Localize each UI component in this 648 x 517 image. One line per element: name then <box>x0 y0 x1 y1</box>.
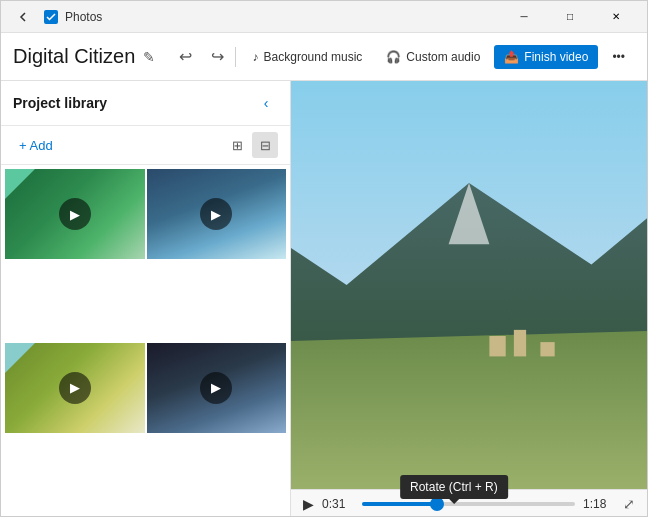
minimize-button[interactable]: ─ <box>501 1 547 33</box>
background-music-button[interactable]: ♪ Background music <box>243 45 373 69</box>
media-grid: ▶ ▶ ▶ ▶ <box>1 165 290 517</box>
rotate-tooltip: Rotate (Ctrl + R) <box>400 475 508 499</box>
back-button[interactable] <box>9 3 37 31</box>
main-content: Project library ‹ + Add ⊞ ⊟ ▶ ▶ ▶ ▶ <box>1 81 647 517</box>
finish-video-label: Finish video <box>524 50 588 64</box>
add-media-button[interactable]: + Add <box>13 134 59 157</box>
video-frame <box>291 81 647 489</box>
media-item[interactable]: ▶ <box>5 169 145 259</box>
right-panel: ▶ 0:31 1:18 ⤢ <box>291 81 647 517</box>
play-overlay: ▶ <box>200 372 232 404</box>
view-toggle: ⊞ ⊟ <box>224 132 278 158</box>
more-options-button[interactable]: ••• <box>602 45 635 69</box>
media-item[interactable]: ▶ <box>5 343 145 433</box>
music-note-icon: ♪ <box>253 50 259 64</box>
play-button[interactable]: ▶ <box>303 496 314 512</box>
total-time: 1:18 <box>583 497 615 511</box>
export-icon: 📤 <box>504 50 519 64</box>
svg-rect-8 <box>540 342 554 356</box>
grid-view-button[interactable]: ⊞ <box>224 132 250 158</box>
play-overlay: ▶ <box>200 198 232 230</box>
panel-header: Project library ‹ <box>1 81 290 126</box>
svg-marker-5 <box>291 326 647 489</box>
panel-title: Project library <box>13 95 254 111</box>
custom-audio-label: Custom audio <box>406 50 480 64</box>
undo-redo-group: ↩ ↪ <box>171 43 231 71</box>
left-panel: Project library ‹ + Add ⊞ ⊟ ▶ ▶ ▶ ▶ <box>1 81 291 517</box>
edit-icon[interactable]: ✎ <box>143 49 155 65</box>
window-title: Photos <box>65 10 501 24</box>
undo-button[interactable]: ↩ <box>171 43 199 71</box>
progress-bar[interactable] <box>362 502 575 506</box>
current-time: 0:31 <box>322 497 354 511</box>
progress-thumb[interactable] <box>430 497 444 511</box>
app-title: Digital Citizen <box>13 45 135 68</box>
app-header: Digital Citizen ✎ ↩ ↪ ♪ Background music… <box>1 33 647 81</box>
window-controls: ─ □ ✕ <box>501 1 639 33</box>
custom-audio-button[interactable]: 🎧 Custom audio <box>376 45 490 69</box>
media-item[interactable]: ▶ <box>147 169 287 259</box>
library-toolbar: + Add ⊞ ⊟ <box>1 126 290 165</box>
redo-button[interactable]: ↪ <box>203 43 231 71</box>
play-overlay: ▶ <box>59 198 91 230</box>
background-music-label: Background music <box>264 50 363 64</box>
list-view-button[interactable]: ⊟ <box>252 132 278 158</box>
play-overlay: ▶ <box>59 372 91 404</box>
headphones-icon: 🎧 <box>386 50 401 64</box>
titlebar: Photos ─ □ ✕ <box>1 1 647 33</box>
maximize-button[interactable]: □ <box>547 1 593 33</box>
finish-video-button[interactable]: 📤 Finish video <box>494 45 598 69</box>
collapse-button[interactable]: ‹ <box>254 91 278 115</box>
media-item[interactable]: ▶ <box>147 343 287 433</box>
svg-rect-6 <box>489 336 505 356</box>
header-actions: ♪ Background music 🎧 Custom audio 📤 Fini… <box>243 45 635 69</box>
header-separator <box>235 47 236 67</box>
app-icon <box>43 9 59 25</box>
svg-rect-7 <box>514 330 526 357</box>
close-button[interactable]: ✕ <box>593 1 639 33</box>
video-preview <box>291 81 647 489</box>
progress-fill <box>362 502 437 506</box>
expand-button[interactable]: ⤢ <box>623 496 635 512</box>
